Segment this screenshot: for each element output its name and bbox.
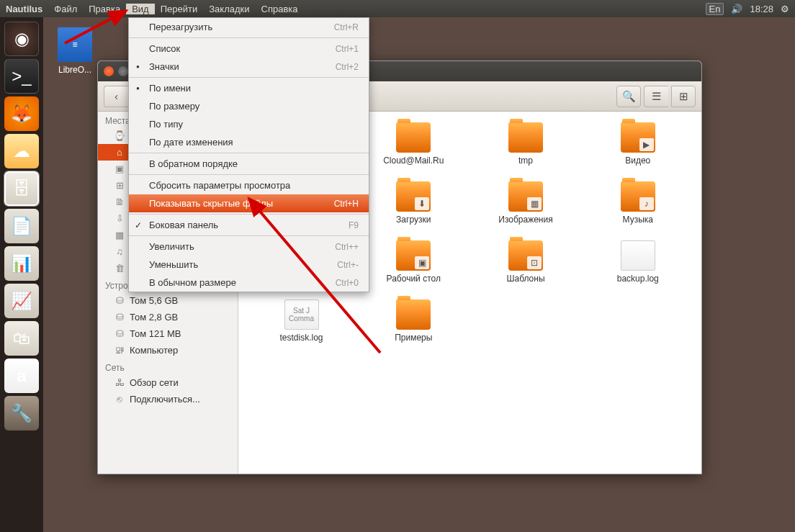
calc-icon[interactable]: 📈 bbox=[4, 284, 39, 318]
menu-item[interactable]: По дате изменения bbox=[129, 133, 369, 151]
sidebar-item-icon: 🖧 bbox=[114, 377, 125, 388]
volume-icon[interactable]: 🔊 bbox=[731, 4, 742, 14]
menu-shortcut: Ctrl++ bbox=[335, 242, 359, 252]
file-entry[interactable]: backup.log bbox=[582, 240, 693, 297]
file-label: backup.log bbox=[582, 274, 693, 284]
file-label: Шаблоны bbox=[470, 274, 582, 284]
file-entry[interactable]: tmp bbox=[470, 122, 582, 179]
sidebar-item[interactable]: 🖳Компьютер bbox=[98, 342, 238, 359]
menu-shortcut: Ctrl+R bbox=[334, 22, 359, 32]
sidebar-section-label: Сеть bbox=[98, 359, 238, 374]
file-label: Загрузки bbox=[358, 215, 470, 225]
menu-go[interactable]: Перейти bbox=[155, 4, 204, 14]
file-entry[interactable]: ♪Музыка bbox=[582, 181, 693, 238]
writer-icon[interactable]: 📄 bbox=[4, 209, 39, 243]
menu-item-label: Показывать скрытые файлы bbox=[149, 198, 273, 209]
file-label: tmp bbox=[470, 155, 582, 166]
folder-icon: ⊡ bbox=[508, 240, 543, 271]
cloud-icon[interactable]: ☁ bbox=[4, 134, 39, 168]
menu-item-label: По типу bbox=[149, 119, 183, 130]
menu-item[interactable]: В обычном размереCtrl+0 bbox=[129, 274, 369, 292]
file-label: Рабочий стол bbox=[358, 274, 470, 284]
menu-item[interactable]: В обратном порядке bbox=[129, 155, 369, 173]
menu-item[interactable]: ПерезагрузитьCtrl+R bbox=[129, 18, 369, 36]
file-entry[interactable]: ▣Рабочий стол bbox=[358, 240, 470, 297]
file-label: Изображения bbox=[470, 215, 582, 225]
menu-view[interactable]: Вид bbox=[126, 4, 155, 14]
folder-icon: ♪ bbox=[621, 181, 655, 212]
sidebar-item[interactable]: ⛁Том 5,6 GB bbox=[98, 292, 238, 309]
sidebar-item-icon: ⛁ bbox=[114, 295, 125, 306]
menu-item-label: Список bbox=[149, 43, 180, 54]
folder-icon: ▦ bbox=[508, 181, 543, 212]
menu-item-label: По имени bbox=[149, 83, 191, 94]
file-entry[interactable]: ▶Видео bbox=[582, 122, 693, 179]
desktop-shortcut-libreoffice[interactable]: ≡ LibreO... bbox=[58, 27, 92, 75]
sidebar-item[interactable]: ⛁Том 2,8 GB bbox=[98, 309, 238, 325]
menu-shortcut: Ctrl+- bbox=[337, 260, 359, 270]
language-indicator[interactable]: En bbox=[706, 3, 724, 15]
software-center-icon[interactable]: 🛍 bbox=[4, 321, 39, 356]
menu-shortcut: Ctrl+1 bbox=[336, 44, 359, 54]
terminal-icon[interactable]: >_ bbox=[4, 59, 39, 94]
file-label: Видео bbox=[582, 155, 693, 166]
menu-item[interactable]: Сбросить параметры просмотра bbox=[129, 176, 369, 194]
menu-item[interactable]: По типу bbox=[129, 115, 369, 133]
menu-item-label: Боковая панель bbox=[149, 220, 218, 230]
menu-item[interactable]: Показывать скрытые файлыCtrl+H bbox=[129, 194, 369, 212]
menu-edit[interactable]: Правка bbox=[83, 4, 126, 14]
app-name: Nautilus bbox=[0, 4, 48, 14]
file-entry[interactable]: ⬇Загрузки bbox=[358, 181, 470, 238]
file-entry[interactable]: Примеры bbox=[358, 299, 470, 356]
sidebar-item-icon: ⇩ bbox=[114, 213, 125, 224]
search-button[interactable]: 🔍 bbox=[616, 86, 641, 107]
window-close-button[interactable] bbox=[104, 66, 114, 76]
unity-launcher: ◉ >_ 🦊 ☁ 🗄 📄 📊 📈 🛍 a 🔧 bbox=[0, 17, 43, 532]
sidebar-item-label: Том 5,6 GB bbox=[130, 295, 178, 306]
settings-icon[interactable]: 🔧 bbox=[4, 396, 39, 430]
menu-shortcut: Ctrl+2 bbox=[336, 62, 359, 72]
menu-item[interactable]: ●По имени bbox=[129, 79, 369, 97]
sidebar-item-icon: ♫ bbox=[114, 246, 125, 257]
sidebar-item-icon: ⛁ bbox=[114, 312, 125, 323]
clock[interactable]: 18:28 bbox=[750, 4, 773, 14]
impress-icon[interactable]: 📊 bbox=[4, 246, 39, 281]
file-entry[interactable]: Cloud@Mail.Ru bbox=[358, 122, 470, 179]
menu-item[interactable]: ●ЗначкиCtrl+2 bbox=[129, 58, 369, 76]
file-entry[interactable]: ⊡Шаблоны bbox=[470, 240, 582, 297]
folder-icon bbox=[396, 122, 431, 153]
menu-item-label: Увеличить bbox=[149, 241, 194, 252]
sidebar-item-label: Том 2,8 GB bbox=[130, 312, 178, 323]
menu-help[interactable]: Справка bbox=[256, 4, 304, 14]
menu-item-label: По размеру bbox=[149, 101, 199, 112]
window-minimize-button[interactable] bbox=[118, 66, 128, 76]
menu-item[interactable]: УменьшитьCtrl+- bbox=[129, 256, 369, 274]
file-entry[interactable]: ▦Изображения bbox=[470, 181, 582, 238]
file-entry[interactable]: Sat J Commatestdisk.log bbox=[246, 299, 357, 356]
folder-icon: ▣ bbox=[396, 240, 431, 271]
menu-item-label: В обычном размере bbox=[149, 277, 236, 288]
sidebar-item[interactable]: ⎋Подключиться... bbox=[98, 391, 238, 407]
menu-item[interactable]: УвеличитьCtrl++ bbox=[129, 238, 369, 256]
sidebar-item-icon: 🗎 bbox=[114, 197, 125, 207]
amazon-icon[interactable]: a bbox=[4, 359, 39, 393]
menu-bookmarks[interactable]: Закладки bbox=[203, 4, 255, 14]
menu-item-label: Перезагрузить bbox=[149, 22, 212, 32]
back-button[interactable]: ‹ bbox=[104, 86, 128, 107]
list-view-button[interactable]: ☰ bbox=[644, 86, 668, 107]
menu-item[interactable]: ✓Боковая панельF9 bbox=[129, 216, 369, 234]
sidebar-item-icon: ▣ bbox=[114, 163, 125, 174]
sidebar-item-icon: ⌂ bbox=[114, 147, 125, 158]
sidebar-item-icon: ▦ bbox=[114, 230, 125, 240]
menu-item-label: В обратном порядке bbox=[149, 158, 238, 169]
dash-icon[interactable]: ◉ bbox=[4, 22, 39, 56]
sidebar-item[interactable]: ⛁Том 121 MB bbox=[98, 325, 238, 342]
gear-icon[interactable]: ⚙ bbox=[781, 4, 789, 14]
firefox-icon[interactable]: 🦊 bbox=[4, 96, 39, 131]
menu-item[interactable]: СписокCtrl+1 bbox=[129, 40, 369, 58]
grid-view-button[interactable]: ⊞ bbox=[671, 86, 696, 107]
menu-file[interactable]: Файл bbox=[48, 4, 83, 14]
sidebar-item[interactable]: 🖧Обзор сети bbox=[98, 374, 238, 391]
menu-item[interactable]: По размеру bbox=[129, 97, 369, 115]
files-icon[interactable]: 🗄 bbox=[4, 171, 39, 206]
